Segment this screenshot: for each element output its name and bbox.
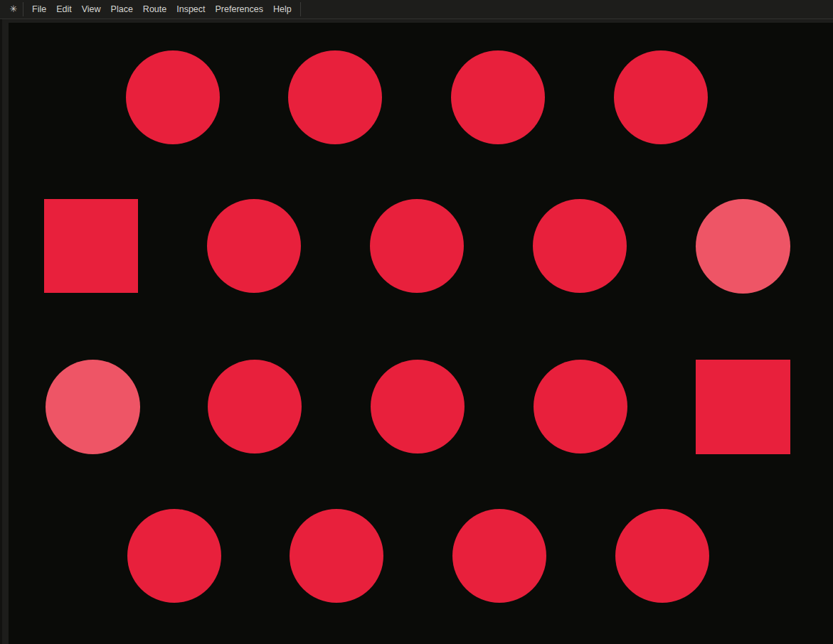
pad-square[interactable]: [696, 360, 790, 454]
asterisk-icon: ✳: [8, 0, 19, 18]
pad-circle[interactable]: [370, 199, 464, 293]
pad-circle[interactable]: [533, 199, 627, 293]
pad-circle[interactable]: [534, 360, 627, 454]
menubar-separator: [300, 2, 301, 16]
menubar-items: FileEditViewPlaceRouteInspectPreferences…: [27, 0, 297, 18]
pad-circle[interactable]: [208, 360, 302, 454]
pad-circle[interactable]: [452, 509, 546, 603]
pad-circle[interactable]: [127, 509, 221, 603]
menu-item-inspect[interactable]: Inspect: [171, 0, 210, 18]
pad-circle[interactable]: [126, 50, 220, 144]
pad-circle[interactable]: [207, 199, 301, 293]
menu-item-preferences[interactable]: Preferences: [211, 0, 268, 18]
menu-item-edit[interactable]: Edit: [51, 0, 77, 18]
pad-circle[interactable]: [371, 360, 465, 454]
menubar-separator: [23, 2, 23, 16]
menubar-underline: [0, 18, 833, 19]
pad-square[interactable]: [44, 199, 138, 293]
menubar: ✳ FileEditViewPlaceRouteInspectPreferenc…: [0, 0, 833, 18]
menu-item-file[interactable]: File: [27, 0, 51, 18]
pad-circle[interactable]: [288, 50, 382, 144]
pad-circle[interactable]: [290, 509, 383, 603]
pad-circle[interactable]: [451, 50, 545, 144]
pad-circle[interactable]: [46, 360, 140, 454]
pad-circle[interactable]: [615, 509, 709, 603]
pad-circle[interactable]: [614, 50, 708, 144]
menu-item-help[interactable]: Help: [268, 0, 297, 18]
window-frame-left-edge: [0, 19, 2, 644]
menu-item-place[interactable]: Place: [106, 0, 138, 18]
menu-item-view[interactable]: View: [77, 0, 106, 18]
pad-circle[interactable]: [696, 199, 790, 294]
editor-canvas[interactable]: [9, 23, 833, 644]
menu-item-route[interactable]: Route: [138, 0, 171, 18]
